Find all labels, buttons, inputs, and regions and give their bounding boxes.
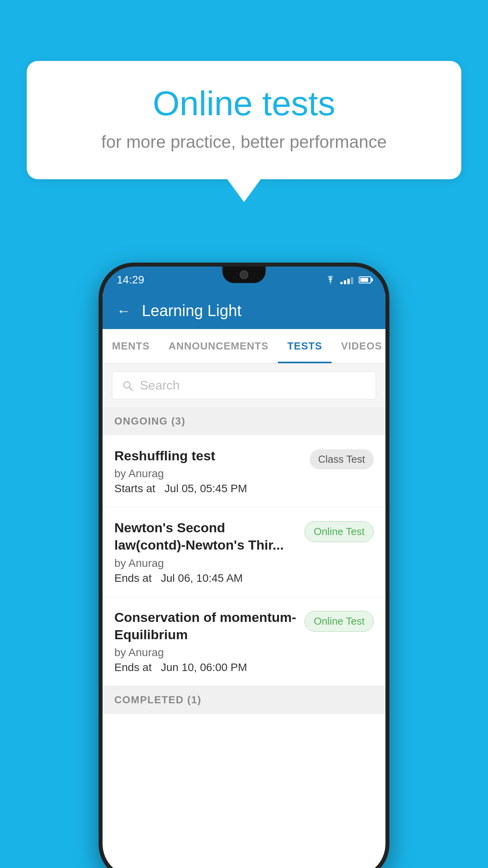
test-badge: Online Test <box>305 521 374 542</box>
search-placeholder: Search <box>140 378 180 393</box>
test-info: Conservation of momentum-Equilibrium by … <box>114 609 297 674</box>
status-time: 14:29 <box>117 274 325 286</box>
test-name: Conservation of momentum-Equilibrium <box>114 609 297 643</box>
test-item[interactable]: Newton's Second law(contd)-Newton's Thir… <box>103 507 385 596</box>
phone-screen: ← Learning Light MENTS ANNOUNCEMENTS TES… <box>103 293 385 868</box>
test-name: Reshuffling test <box>114 447 302 464</box>
tab-announcements[interactable]: ANNOUNCEMENTS <box>159 329 278 363</box>
test-time-label: Starts at <box>114 482 155 495</box>
back-button[interactable]: ← <box>117 303 131 319</box>
search-icon <box>122 380 134 392</box>
test-item[interactable]: Reshuffling test by Anurag Starts at Jul… <box>103 435 385 507</box>
test-item[interactable]: Conservation of momentum-Equilibrium by … <box>103 597 385 686</box>
front-camera <box>240 270 248 279</box>
test-time-value: Jun 10, 06:00 PM <box>161 661 247 673</box>
speech-bubble-title: Online tests <box>58 85 430 123</box>
phone-notch <box>222 267 266 283</box>
speech-bubble: Online tests for more practice, better p… <box>27 61 461 179</box>
wifi-icon <box>325 276 336 284</box>
speech-bubble-tail <box>227 178 261 202</box>
speech-bubble-subtitle: for more practice, better performance <box>58 132 430 152</box>
test-time: Starts at Jul 05, 05:45 PM <box>114 482 302 495</box>
status-icons <box>325 276 371 284</box>
test-time: Ends at Jun 10, 06:00 PM <box>114 661 297 674</box>
app-header: ← Learning Light <box>103 293 385 329</box>
test-time-value: Jul 05, 05:45 PM <box>165 482 247 495</box>
test-author: by Anurag <box>114 467 302 480</box>
tab-bar: MENTS ANNOUNCEMENTS TESTS VIDEOS <box>103 329 385 364</box>
test-time-label: Ends at <box>114 661 152 673</box>
tab-videos[interactable]: VIDEOS <box>332 329 385 363</box>
tab-tests[interactable]: TESTS <box>278 329 332 363</box>
battery-icon <box>359 276 371 283</box>
test-name: Newton's Second law(contd)-Newton's Thir… <box>114 519 297 554</box>
search-container: Search <box>103 364 385 407</box>
test-author: by Anurag <box>114 646 297 659</box>
app-title: Learning Light <box>142 302 242 320</box>
signal-icon <box>340 276 353 284</box>
completed-section-header: COMPLETED (1) <box>103 686 385 714</box>
test-time: Ends at Jul 06, 10:45 AM <box>114 572 297 585</box>
test-info: Reshuffling test by Anurag Starts at Jul… <box>114 447 302 495</box>
search-bar[interactable]: Search <box>112 371 376 399</box>
test-badge: Online Test <box>305 611 374 632</box>
test-list: Reshuffling test by Anurag Starts at Jul… <box>103 435 385 686</box>
ongoing-section-header: ONGOING (3) <box>103 407 385 435</box>
svg-line-1 <box>129 387 132 390</box>
status-bar: 14:29 <box>103 267 385 293</box>
test-badge: Class Test <box>310 449 374 469</box>
speech-bubble-container: Online tests for more practice, better p… <box>27 61 461 202</box>
tab-ments[interactable]: MENTS <box>103 329 159 363</box>
test-author: by Anurag <box>114 557 297 570</box>
test-info: Newton's Second law(contd)-Newton's Thir… <box>114 519 297 584</box>
test-time-value: Jul 06, 10:45 AM <box>161 572 243 584</box>
phone-frame: 14:29 <box>99 263 389 868</box>
test-time-label: Ends at <box>114 572 152 584</box>
